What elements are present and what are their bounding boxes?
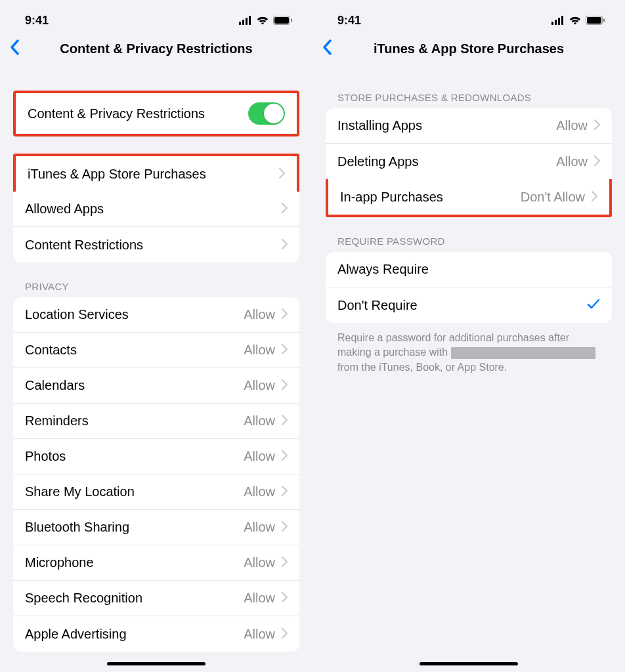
privacy-section-header: Privacy [0,262,312,297]
wifi-icon [256,16,269,25]
row-label: Content Restrictions [25,238,143,253]
chevron-right-icon [282,449,288,464]
dont-require-row[interactable]: Don't Require [326,287,612,323]
privacy-list: Location Services Allow Contacts Allow C… [13,297,299,652]
checkmark-icon [587,298,600,313]
status-bar: 9:41 [0,0,312,33]
back-button[interactable] [322,39,332,58]
page-title: Content & Privacy Restrictions [60,41,252,56]
status-bar: 9:41 [312,0,625,33]
svg-rect-3 [249,16,251,25]
toggle-switch-on[interactable] [248,102,285,125]
svg-rect-13 [603,19,605,22]
privacy-row-advertising[interactable]: Apple Advertising Allow [13,616,299,652]
highlight-toggle-row: Content & Privacy Restrictions [13,91,299,136]
privacy-row-location[interactable]: Location Services Allow [13,297,299,333]
wifi-icon [569,16,582,25]
installing-apps-row[interactable]: Installing Apps Allow [326,108,612,144]
deleting-apps-row[interactable]: Deleting Apps Allow [326,144,612,179]
store-list: Installing Apps Allow Deleting Apps Allo… [326,108,612,179]
chevron-right-icon [282,238,288,253]
itunes-appstore-row[interactable]: iTunes & App Store Purchases [16,156,297,192]
row-label: iTunes & App Store Purchases [28,167,206,182]
allowed-apps-row[interactable]: Allowed Apps [13,192,299,227]
svg-rect-0 [239,22,241,25]
privacy-row-microphone[interactable]: Microphone Allow [13,545,299,581]
phone-right-screen: 9:41 iTunes & App Store Purchases Store … [312,0,625,672]
privacy-row-contacts[interactable]: Contacts Allow [13,333,299,368]
battery-icon [586,16,605,25]
chevron-right-icon [592,190,597,205]
row-label: Allowed Apps [25,201,104,217]
chevron-right-icon [282,343,288,358]
privacy-row-calendars[interactable]: Calendars Allow [13,368,299,404]
status-icons [239,16,293,25]
chevron-right-icon [282,555,288,570]
svg-rect-6 [291,19,292,22]
svg-rect-10 [561,16,563,25]
svg-rect-7 [551,22,553,25]
nav-header: iTunes & App Store Purchases [312,33,625,64]
phone-left-screen: 9:41 Content & Privacy Restrictions Cont… [0,0,312,672]
chevron-right-icon [282,307,288,322]
cellular-signal-icon [239,16,252,25]
svg-rect-12 [587,17,601,24]
inapp-purchases-row[interactable]: In-app Purchases Don't Allow [328,179,609,215]
page-title: iTunes & App Store Purchases [374,41,564,56]
chevron-right-icon [594,118,600,133]
svg-rect-2 [246,18,248,25]
content-restrictions-row[interactable]: Content Restrictions [13,227,299,262]
highlight-inapp-row: In-app Purchases Don't Allow [326,179,612,217]
cellular-signal-icon [551,16,565,25]
back-button[interactable] [9,39,20,58]
chevron-right-icon [282,591,288,606]
store-section-header: Store Purchases & Redownloads [312,64,625,108]
chevron-right-icon [282,520,288,535]
status-time: 9:41 [337,14,361,28]
home-indicator[interactable] [107,662,205,665]
privacy-row-share-location[interactable]: Share My Location Allow [13,474,299,510]
privacy-row-photos[interactable]: Photos Allow [13,439,299,474]
chevron-right-icon [282,378,288,393]
chevron-right-icon [282,627,288,642]
status-time: 9:41 [25,14,49,28]
nav-header: Content & Privacy Restrictions [0,33,312,64]
svg-rect-9 [558,18,560,25]
svg-rect-5 [274,17,289,24]
chevron-right-icon [282,484,288,499]
privacy-row-speech[interactable]: Speech Recognition Allow [13,581,299,616]
home-indicator[interactable] [420,662,518,665]
footer-text: Require a password for additional purcha… [312,323,625,375]
toggle-label: Content & Privacy Restrictions [28,106,205,121]
svg-rect-1 [242,20,244,25]
privacy-row-bluetooth[interactable]: Bluetooth Sharing Allow [13,510,299,545]
content-privacy-toggle-row[interactable]: Content & Privacy Restrictions [16,93,297,134]
redacted-text [451,347,595,359]
privacy-row-reminders[interactable]: Reminders Allow [13,404,299,439]
status-icons [551,16,605,25]
chevron-right-icon [282,413,288,429]
svg-rect-8 [555,20,557,25]
chevron-right-icon [282,201,288,217]
chevron-right-icon [594,154,600,169]
highlight-itunes-row: iTunes & App Store Purchases [13,154,299,192]
password-list: Always Require Don't Require [326,252,612,323]
always-require-row[interactable]: Always Require [326,252,612,287]
password-section-header: Require Password [312,217,625,252]
battery-icon [273,16,293,25]
chevron-right-icon [279,167,285,182]
